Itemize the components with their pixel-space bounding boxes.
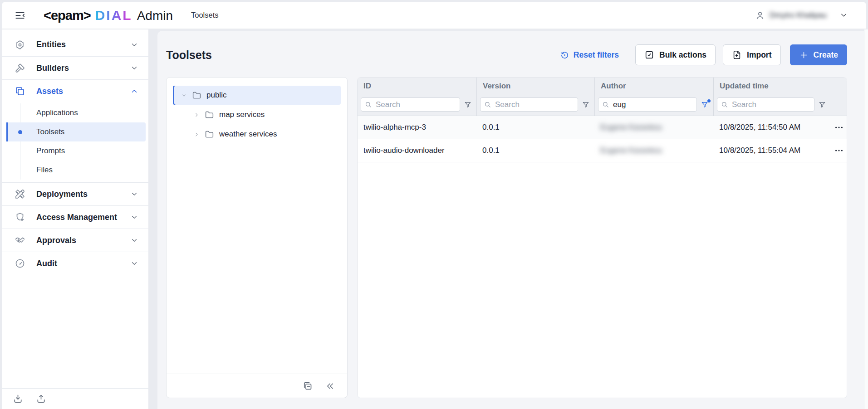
filter-cell-id bbox=[358, 95, 476, 116]
sidebar-item-applications[interactable]: Applications bbox=[6, 103, 148, 122]
search-icon bbox=[721, 101, 728, 108]
funnel-filter-icon[interactable] bbox=[460, 97, 476, 112]
filter-cell-version bbox=[476, 95, 594, 116]
filter-cell-actions bbox=[831, 95, 847, 116]
tree-item-label: map services bbox=[219, 110, 265, 119]
sidebar: Entities Builders bbox=[2, 29, 148, 409]
cell-actions bbox=[831, 116, 847, 139]
user-menu[interactable]: Dmytro Khalipau bbox=[749, 7, 854, 24]
sidebar-item-deployments[interactable]: Deployments bbox=[2, 182, 148, 205]
sidebar-item-entities[interactable]: Entities bbox=[2, 33, 148, 56]
version-search-input[interactable] bbox=[480, 97, 578, 112]
funnel-filter-active-icon[interactable] bbox=[697, 97, 712, 112]
collapse-all-icon[interactable] bbox=[302, 380, 313, 391]
cell-version: 0.0.1 bbox=[476, 139, 594, 162]
folder-tree-panel: public map services bbox=[166, 77, 348, 398]
table-filter-row bbox=[358, 95, 847, 116]
sidebar-item-label: Files bbox=[36, 166, 53, 175]
reset-filters-button[interactable]: Reset filters bbox=[560, 50, 619, 60]
assets-sub-list: Applications Toolsets Prompts Files bbox=[2, 102, 148, 182]
hexagon-nut-icon bbox=[15, 39, 25, 50]
caret-down-icon[interactable] bbox=[181, 93, 187, 98]
create-button[interactable]: Create bbox=[790, 44, 847, 65]
ellipsis-icon[interactable] bbox=[834, 146, 844, 156]
chevron-down-icon bbox=[130, 236, 138, 244]
tree-item-public[interactable]: public bbox=[173, 86, 341, 105]
sidebar-item-assets[interactable]: Assets bbox=[2, 79, 148, 102]
funnel-filter-icon[interactable] bbox=[578, 97, 593, 112]
panels-row: public map services bbox=[166, 77, 847, 398]
sidebar-item-label: Audit bbox=[36, 259, 57, 268]
sidebar-item-audit[interactable]: Audit bbox=[2, 252, 148, 275]
import-file-icon bbox=[732, 50, 742, 60]
epam-logo: <epam> bbox=[44, 8, 91, 23]
updated-time-search-input[interactable] bbox=[717, 97, 814, 112]
funnel-filter-icon[interactable] bbox=[814, 97, 830, 112]
handshake-icon bbox=[15, 235, 25, 246]
chevron-down-icon bbox=[130, 41, 138, 49]
person-icon bbox=[755, 10, 765, 20]
bulk-actions-label: Bulk actions bbox=[659, 50, 706, 60]
page-scrollbar[interactable] bbox=[864, 29, 868, 409]
hammer-icon bbox=[15, 63, 25, 73]
caret-right-icon[interactable] bbox=[194, 131, 200, 137]
collapse-menu-icon[interactable] bbox=[10, 5, 30, 25]
reset-filters-label: Reset filters bbox=[574, 50, 619, 60]
toolbar: Reset filters Bulk actions Import Cr bbox=[560, 44, 847, 65]
caret-right-icon[interactable] bbox=[194, 112, 200, 118]
chevron-down-icon bbox=[839, 11, 848, 19]
sidebar-item-toolsets[interactable]: Toolsets bbox=[6, 122, 146, 141]
chevron-down-icon bbox=[130, 64, 138, 72]
ellipsis-icon[interactable] bbox=[834, 122, 844, 132]
tree-item-label: public bbox=[206, 91, 226, 100]
sidebar-item-label: Entities bbox=[36, 40, 66, 49]
tree-item-weather-services[interactable]: weather services bbox=[173, 125, 341, 144]
bulk-actions-button[interactable]: Bulk actions bbox=[635, 44, 716, 65]
folder-icon bbox=[192, 91, 201, 100]
toolsets-table: ID Version Author Updated time bbox=[357, 77, 847, 398]
sidebar-item-access-management[interactable]: Access Management bbox=[2, 205, 148, 229]
cell-author: Eugene Karankou bbox=[594, 116, 713, 139]
import-button[interactable]: Import bbox=[723, 44, 780, 65]
column-header-updated-time: Updated time bbox=[713, 78, 831, 95]
chevron-down-icon bbox=[130, 190, 138, 198]
upload-icon[interactable] bbox=[36, 394, 46, 404]
tree-item-map-services[interactable]: map services bbox=[173, 105, 341, 124]
column-header-id: ID bbox=[358, 78, 476, 95]
folder-tree: public map services bbox=[167, 78, 347, 374]
gauge-icon bbox=[15, 258, 25, 269]
search-icon bbox=[484, 101, 491, 108]
cell-version: 0.0.1 bbox=[476, 116, 594, 139]
sidebar-item-label: Deployments bbox=[36, 190, 88, 199]
table-row[interactable]: twilio-alpha-mcp-3 0.0.1 Eugene Karankou… bbox=[358, 116, 847, 139]
sidebar-item-approvals[interactable]: Approvals bbox=[2, 229, 148, 252]
chevron-down-icon bbox=[130, 213, 138, 221]
column-header-version: Version bbox=[476, 78, 594, 95]
table-row[interactable]: twilio-audio-downloader 0.0.1 Eugene Kar… bbox=[358, 139, 847, 162]
sidebar-item-files[interactable]: Files bbox=[6, 161, 148, 180]
plus-icon bbox=[799, 50, 809, 60]
author-search-input[interactable] bbox=[598, 97, 697, 112]
app-header: <epam> DIAL Admin Toolsets Dmytro Khalip… bbox=[2, 2, 866, 29]
sidebar-item-label: Assets bbox=[36, 87, 63, 96]
filter-cell-author bbox=[594, 95, 713, 116]
search-icon bbox=[602, 101, 609, 108]
crossed-tools-icon bbox=[15, 189, 25, 200]
table-header-row: ID Version Author Updated time bbox=[358, 78, 847, 95]
sidebar-item-label: Access Management bbox=[36, 213, 117, 222]
id-search-input[interactable] bbox=[361, 97, 460, 112]
sidebar-item-label: Applications bbox=[36, 108, 78, 117]
cell-id: twilio-alpha-mcp-3 bbox=[358, 116, 476, 139]
table-empty-area bbox=[358, 162, 847, 398]
cell-updated-time: 10/8/2025, 11:55:04 AM bbox=[713, 139, 831, 162]
filter-cell-updated-time bbox=[713, 95, 831, 116]
double-chevron-left-icon[interactable] bbox=[325, 381, 335, 391]
sidebar-item-label: Approvals bbox=[36, 236, 76, 245]
cell-author: Eugene Karankou bbox=[594, 139, 713, 162]
sidebar-item-prompts[interactable]: Prompts bbox=[6, 141, 148, 161]
cell-id: twilio-audio-downloader bbox=[358, 139, 476, 162]
user-name: Dmytro Khalipau bbox=[770, 11, 827, 20]
download-icon[interactable] bbox=[13, 394, 23, 404]
tree-item-label: weather services bbox=[219, 130, 277, 139]
sidebar-item-builders[interactable]: Builders bbox=[2, 56, 148, 79]
